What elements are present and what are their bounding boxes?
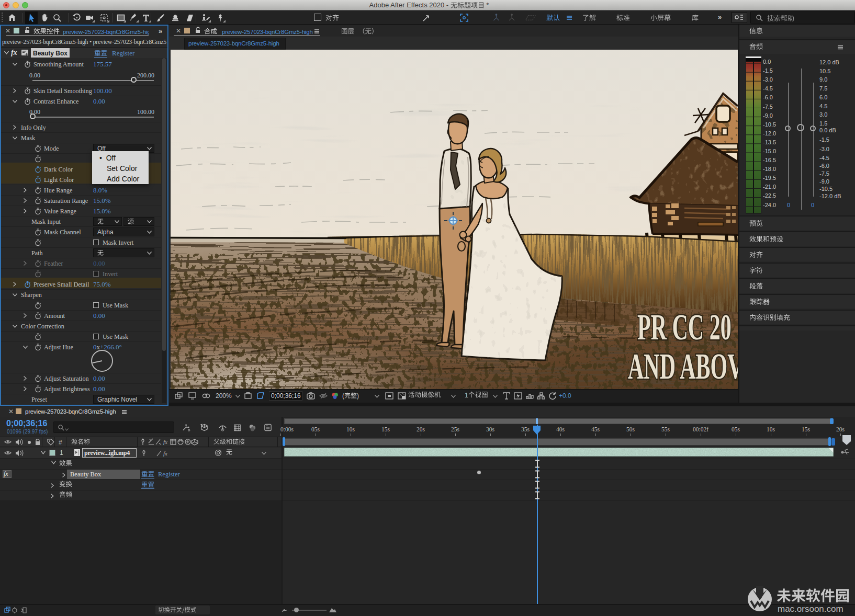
svg-text:PR CC 20: PR CC 20 xyxy=(637,307,732,347)
svg-text:fx: fx xyxy=(163,450,167,457)
svg-text:fx: fx xyxy=(163,439,167,445)
svg-text:AND ABOVE: AND ABOVE xyxy=(628,346,738,386)
